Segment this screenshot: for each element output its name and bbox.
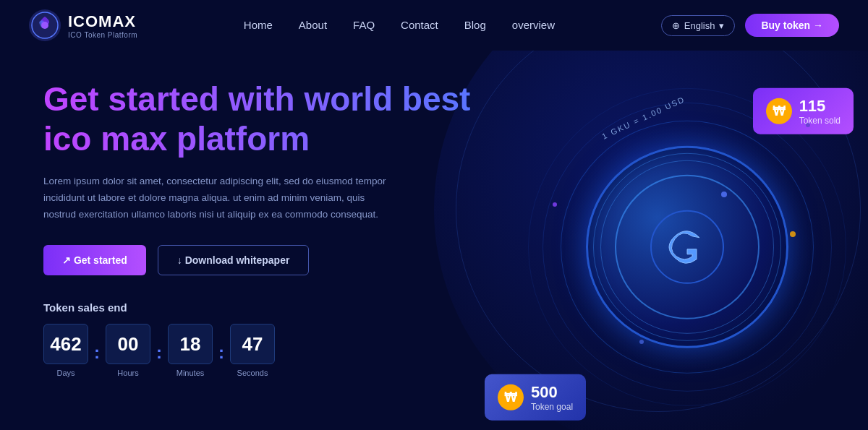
nav-item-about[interactable]: About (299, 19, 327, 32)
separator-3: : (217, 343, 226, 377)
token-sold-icon: ₩ (766, 98, 792, 124)
hero-description: Lorem ipsum dolor sit amet, consectetur … (43, 173, 391, 223)
hero-buttons: ↗ Get started ↓ Download whitepaper (43, 245, 492, 275)
navbar: ICOMAX ICO Token Platform Home About FAQ… (0, 0, 868, 51)
hero-section: Get started with world best ico max plat… (0, 51, 868, 430)
countdown-hours: 00 Hours (106, 324, 150, 377)
svg-point-3 (651, 210, 723, 283)
get-started-button[interactable]: ↗ Get started (43, 245, 146, 275)
token-sales-label: Token sales end (43, 301, 492, 314)
hero-title: Get started with world best ico max plat… (43, 79, 492, 159)
svg-point-2 (41, 22, 48, 29)
seconds-label: Seconds (237, 369, 268, 377)
token-sales-countdown: Token sales end 462 Days : 00 Hours : 18… (43, 301, 492, 377)
separator-1: : (93, 343, 101, 377)
token-goal-label: Token goal (531, 401, 573, 411)
language-selector[interactable]: ⊕ English ▾ (661, 15, 736, 36)
nav-item-blog[interactable]: Blog (464, 19, 486, 32)
token-sold-card: ₩ 115 Token sold (753, 87, 854, 134)
countdown-days: 462 Days (43, 324, 88, 377)
countdown-minutes: 18 Minutes (168, 324, 213, 377)
token-goal-number: 500 (531, 382, 573, 401)
globe-icon: ⊕ (672, 20, 680, 31)
dot-1 (721, 192, 727, 197)
coin-disc (586, 145, 788, 348)
token-sold-number: 115 (799, 96, 841, 115)
dot-2 (553, 202, 557, 207)
nav-item-home[interactable]: Home (244, 19, 273, 32)
nav-item-overview[interactable]: overview (512, 19, 555, 32)
buy-token-button[interactable]: Buy token → (745, 14, 839, 37)
seconds-value: 47 (230, 324, 275, 364)
chevron-down-icon: ▾ (719, 20, 724, 31)
dot-4 (639, 340, 644, 344)
logo-text: ICOMAX ICO Token Platform (68, 12, 137, 39)
days-value: 462 (43, 324, 88, 364)
coin-letter-g-icon (647, 207, 727, 286)
coin-container: 1 GKU = 1.00 USD ₩ 115 Token (528, 87, 846, 405)
dot-5 (806, 123, 810, 127)
days-label: Days (56, 369, 75, 377)
nav-item-faq[interactable]: FAQ (353, 19, 375, 32)
countdown-seconds: 47 Seconds (230, 324, 275, 377)
dot-3 (790, 231, 796, 237)
hero-content: Get started with world best ico max plat… (43, 51, 492, 430)
nav-item-contact[interactable]: Contact (401, 19, 438, 32)
logo-icon (29, 9, 61, 41)
token-goal-icon: ₩ (498, 384, 524, 410)
separator-2: : (155, 343, 163, 377)
download-whitepaper-button[interactable]: ↓ Download whitepaper (158, 245, 310, 275)
hero-coin-visual: 1 GKU = 1.00 USD ₩ 115 Token (492, 51, 868, 430)
logo: ICOMAX ICO Token Platform (29, 9, 137, 41)
minutes-label: Minutes (176, 369, 205, 377)
nav-actions: ⊕ English ▾ Buy token → (661, 14, 839, 37)
token-goal-info: 500 Token goal (531, 382, 573, 411)
token-sold-info: 115 Token sold (799, 96, 841, 125)
minutes-value: 18 (168, 324, 213, 364)
token-goal-card: ₩ 500 Token goal (485, 374, 586, 420)
countdown-timer: 462 Days : 00 Hours : 18 Minutes : 47 Se… (43, 324, 492, 377)
nav-links: Home About FAQ Contact Blog overview (244, 19, 555, 32)
hours-label: Hours (117, 369, 138, 377)
hours-value: 00 (106, 324, 150, 364)
